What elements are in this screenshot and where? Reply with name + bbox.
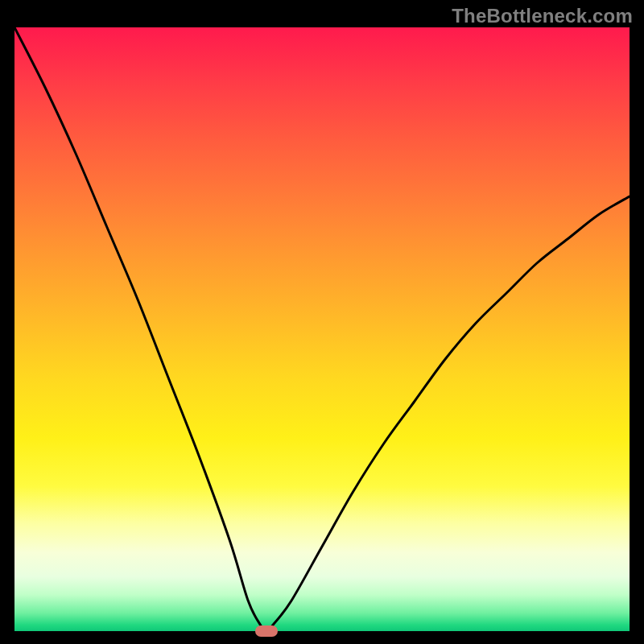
bottleneck-curve bbox=[14, 27, 630, 631]
chart-frame bbox=[14, 27, 630, 631]
watermark-text: TheBottleneck.com bbox=[452, 5, 633, 27]
chart-svg bbox=[14, 27, 630, 631]
optimum-marker bbox=[255, 625, 278, 637]
